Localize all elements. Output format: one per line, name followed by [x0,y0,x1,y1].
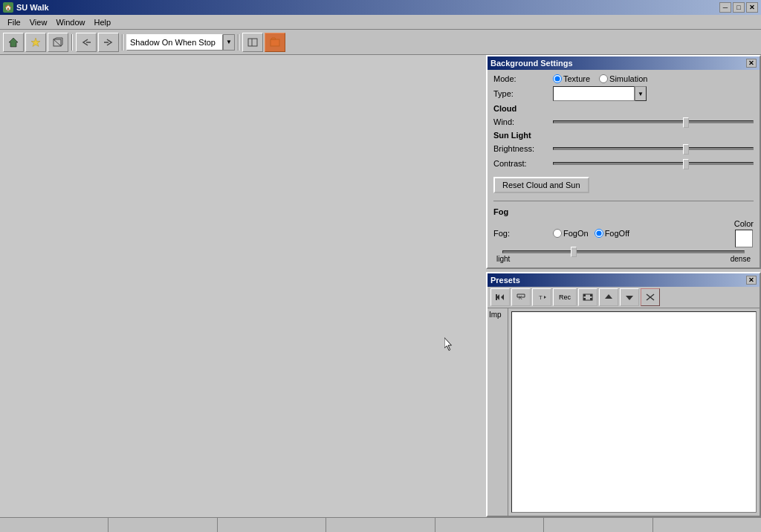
svg-text:K: K [519,295,522,300]
toolbar-separator-1 [71,34,73,51]
close-button[interactable]: ✕ [746,2,758,13]
preset-delete-button[interactable] [641,288,660,306]
svg-marker-21 [605,294,612,299]
mode-texture-radio[interactable] [553,74,562,83]
preset-transition-button[interactable]: T [532,288,551,306]
preset-move-up-button[interactable] [599,288,618,306]
shadow-dropdown-arrow[interactable]: ▼ [223,34,235,51]
type-select-container: ▼ [553,86,647,101]
keyframe-icon: K [516,293,526,302]
minimize-button[interactable]: ─ [719,2,731,13]
mode-row: Mode: Texture Simulation [493,74,754,83]
preset-film-button[interactable] [578,288,598,306]
fog-off-label: FogOff [605,229,629,238]
move-up-icon [603,293,614,302]
background-settings-panel: Background Settings ✕ Mode: Texture Simu… [486,55,761,269]
shadow-dropdown[interactable]: Shadow On When Stop [126,34,223,51]
fog-section-label: Fog [493,207,754,216]
reset-cloud-sun-button[interactable]: Reset Cloud and Sun [493,177,589,193]
restore-button[interactable]: □ [733,2,745,13]
mode-simulation-option[interactable]: Simulation [599,74,647,83]
mode-label: Mode: [493,74,553,83]
forward-icon [103,36,114,48]
wind-slider-thumb[interactable] [683,117,689,128]
status-segment-6 [544,518,652,532]
type-label: Type: [493,89,553,98]
fog-light-label: light [496,255,510,263]
svg-rect-19 [590,294,592,296]
fog-slider-thumb[interactable] [571,247,577,257]
home-icon [7,36,19,48]
contrast-slider-container [553,158,754,169]
title-bar: 🏠 SU Walk ─ □ ✕ [0,0,761,15]
wind-row: Wind: [493,116,754,128]
svg-rect-4 [248,39,257,46]
preset-record-button[interactable]: Rec [553,288,577,306]
sunlight-section-label: Sun Light [493,131,754,140]
fog-slider-track [502,250,745,253]
status-segment-7 [653,518,761,532]
mode-texture-option[interactable]: Texture [553,74,590,83]
menu-bar: File View Window Help [0,15,761,30]
tool-photo-button[interactable] [265,33,285,52]
mode-simulation-radio[interactable] [599,74,608,83]
menu-view[interactable]: View [25,16,52,28]
wind-label: Wind: [493,117,553,126]
tool-view-button[interactable] [242,33,263,52]
mode-texture-label: Texture [563,74,590,83]
tool-box-button[interactable] [48,33,68,52]
wind-slider-container [553,116,754,128]
contrast-slider-thumb[interactable] [683,159,689,169]
bg-panel-title: Background Settings [490,59,573,68]
menu-window[interactable]: Window [51,16,89,28]
tool-back-button[interactable] [76,33,97,52]
app-icon: 🏠 [3,2,13,13]
presets-panel-title-bar: Presets ✕ [488,273,760,287]
status-segment-2 [109,518,217,532]
svg-text:T: T [539,294,543,301]
svg-marker-7 [271,38,276,39]
preset-move-down-button[interactable] [620,288,639,306]
view-icon [247,36,259,48]
app-title: SU Walk [16,3,719,12]
svg-rect-6 [271,39,279,46]
menu-file[interactable]: File [3,16,25,28]
presets-sidebar: Imp [488,308,508,516]
presets-panel-close-button[interactable]: ✕ [746,276,757,285]
preset-go-start-button[interactable] [490,288,510,306]
back-icon [80,36,92,48]
contrast-label: Contrast: [493,159,553,168]
presets-body: Imp [488,308,760,516]
svg-rect-20 [590,298,592,300]
bg-panel-close-button[interactable]: ✕ [746,59,757,68]
color-box[interactable] [735,230,753,247]
fog-on-radio[interactable] [553,229,562,238]
preset-keyframe-button[interactable]: K [511,288,531,306]
presets-sidebar-label: Imp [489,311,502,319]
toolbar-separator-2 [122,34,123,51]
menu-help[interactable]: Help [90,16,116,28]
tool-star-button[interactable] [25,33,46,52]
fog-on-label: FogOn [563,229,589,238]
type-row: Type: ▼ [493,86,754,101]
contrast-slider-track [553,162,754,165]
window-controls: ─ □ ✕ [719,2,758,13]
presets-panel-title: Presets [490,276,520,285]
fog-label-row: light dense [493,255,754,263]
fog-on-option[interactable]: FogOn [553,229,589,238]
type-select[interactable] [553,86,635,101]
fog-off-radio[interactable] [595,229,603,238]
type-select-arrow[interactable]: ▼ [635,86,647,101]
brightness-slider-thumb[interactable] [683,144,689,155]
film-icon [583,293,593,302]
tool-home-button[interactable] [3,33,24,52]
fog-off-option[interactable]: FogOff [595,229,629,238]
svg-rect-18 [583,298,586,300]
wind-slider-track [553,120,754,123]
presets-content [511,311,757,513]
photo-icon [269,36,281,48]
brightness-row: Brightness: [493,143,754,155]
svg-marker-10 [501,294,504,300]
tool-forward-button[interactable] [98,33,119,52]
box-icon [52,36,64,48]
